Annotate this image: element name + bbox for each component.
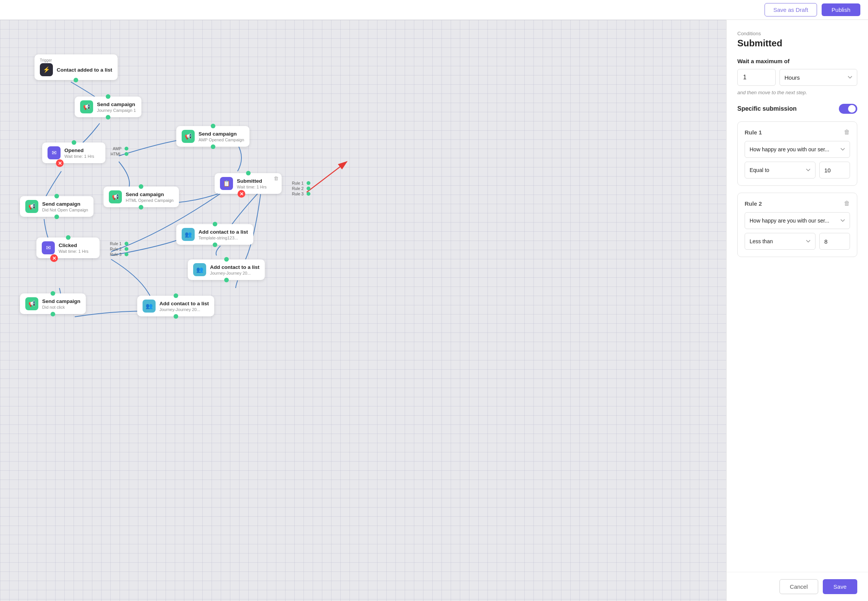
add-list-3-subtitle: Journey-Journey 20... [159,307,209,312]
rule-2-delete-icon[interactable]: 🗑 [844,200,850,207]
add-list-1-node[interactable]: 👥 Add contact to a list Template-string1… [176,224,253,245]
trigger-label: Trigger [40,58,112,62]
rule-1-value-input[interactable] [819,162,850,178]
send-not-click-subtitle: Did not click [42,305,80,310]
rule-2-condition-select[interactable]: Equal to Less than Greater than Not equa… [745,233,815,250]
send-not-click-icon: 📢 [25,297,38,310]
rule-1-question-select[interactable]: How happy are you with our ser... [745,141,850,158]
send-not-open-node[interactable]: 📢 Send campaign Did Not Open Campaign [20,196,94,217]
submitted-icon: 📋 [220,177,233,190]
rule-1-title: Rule 1 [745,129,762,136]
send1-title: Send campaign [97,102,136,107]
add-list-2-title: Add contact to a list [210,264,259,270]
submitted-subtitle: Wait time: 1 Hrs [237,185,267,189]
clicked-title: Clicked [59,242,89,248]
add-list-3-title: Add contact to a list [159,301,209,306]
panel-footer: Cancel Save [727,572,868,601]
send1-subtitle: Journey Campaign 1 [97,108,136,113]
wait-unit-select[interactable]: Hours Minutes Days [779,69,857,86]
send-html-node[interactable]: 📢 Send campaign HTML Opened Campaign [103,187,179,207]
submitted-title: Submitted [237,178,267,184]
save-draft-button[interactable]: Save as Draft [765,3,817,16]
send-amp-title: Send campaign [199,131,244,137]
rule-2-title: Rule 2 [745,200,762,207]
rule-1-card: Rule 1 🗑 How happy are you with our ser.… [737,121,857,186]
send1-icon: 📢 [80,100,93,113]
cancel-button[interactable]: Cancel [779,579,818,594]
add-list-3-node[interactable]: 👥 Add contact to a list Journey-Journey … [137,296,214,316]
trigger-icon: ⚡ [40,63,53,76]
publish-button[interactable]: Publish [822,3,860,16]
specific-submission-row: Specific submission [737,104,857,114]
rule-2-value-input[interactable] [819,233,850,250]
wait-label: Wait a maximum of [737,58,857,64]
send-not-click-title: Send campaign [42,298,80,304]
svg-line-1 [307,162,347,192]
trigger-node[interactable]: Trigger ⚡ Contact added to a list [34,54,118,80]
wait-value-input[interactable] [737,69,776,86]
clicked-icon: ✉ [42,241,55,254]
add-list-3-icon: 👥 [143,300,156,313]
send-amp-subtitle: AMP Opened Campaign [199,138,244,142]
opened-subtitle: Wait time: 1 Hrs [64,154,94,159]
rule-2-question-select[interactable]: How happy are you with our ser... [745,212,850,229]
panel-section-label: Conditions [737,31,857,36]
send-amp-icon: 📢 [182,130,195,143]
main-layout: Trigger ⚡ Contact added to a list 📢 Send… [0,20,868,601]
send-campaign-1-node[interactable]: 📢 Send campaign Journey Campaign 1 [75,97,141,117]
hint-text: and then move to the next step. [737,90,857,95]
opened-node[interactable]: ✉ Opened Wait time: 1 Hrs AMP HTML ✕ [42,142,105,163]
send-html-title: Send campaign [126,192,174,197]
rule-1-delete-icon[interactable]: 🗑 [844,129,850,136]
opened-title: Opened [64,147,94,153]
add-list-1-title: Add contact to a list [199,229,248,235]
add-list-2-icon: 👥 [193,263,206,276]
send-amp-node[interactable]: 📢 Send campaign AMP Opened Campaign [176,126,249,147]
add-list-1-subtitle: Template-string123... [199,236,248,240]
save-button[interactable]: Save [823,579,857,594]
clicked-node[interactable]: ✉ Clicked Wait time: 1 Hrs Rule 1 Rule 2… [36,237,100,258]
add-list-2-subtitle: Journey-Journey 20... [210,271,259,275]
topbar: Save as Draft Publish [0,0,868,20]
right-panel: Conditions Submitted Wait a maximum of H… [726,20,868,601]
rule-1-condition-select[interactable]: Equal to Less than Greater than Not equa… [745,162,815,178]
trigger-title: Contact added to a list [57,67,112,73]
submitted-node[interactable]: 🗑 📋 Submitted Wait time: 1 Hrs Rule 1 Ru… [215,173,282,194]
send-html-subtitle: HTML Opened Campaign [126,198,174,203]
clicked-subtitle: Wait time: 1 Hrs [59,249,89,254]
send-html-icon: 📢 [109,190,122,203]
specific-submission-toggle[interactable] [839,104,857,114]
send-not-open-icon: 📢 [25,200,38,213]
workflow-canvas[interactable]: Trigger ⚡ Contact added to a list 📢 Send… [0,20,726,601]
send-not-click-node[interactable]: 📢 Send campaign Did not click [20,293,86,314]
specific-label: Specific submission [737,105,797,112]
panel-title: Submitted [737,38,857,49]
add-list-2-node[interactable]: 👥 Add contact to a list Journey-Journey … [188,259,265,280]
rule-2-card: Rule 2 🗑 How happy are you with our ser.… [737,193,857,257]
submitted-delete-icon[interactable]: 🗑 [274,175,279,181]
wait-row: Hours Minutes Days [737,69,857,86]
send-not-open-subtitle: Did Not Open Campaign [42,208,88,212]
opened-icon: ✉ [48,146,61,159]
send-not-open-title: Send campaign [42,201,88,207]
add-list-1-icon: 👥 [182,228,195,241]
